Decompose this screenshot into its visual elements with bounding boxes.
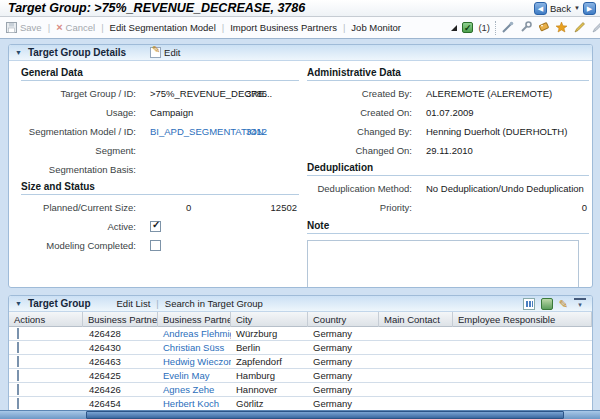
size-status-title: Size and Status: [21, 181, 299, 195]
changed-on-row: Changed On: 29.11.2010: [307, 141, 589, 160]
business-partner-link[interactable]: Andreas Flehmig: [158, 328, 231, 339]
import-business-partners-button[interactable]: Import Business Partners: [230, 22, 337, 33]
corner-triangle-icon: [451, 25, 457, 31]
pen-icon[interactable]: [501, 21, 514, 34]
segment-row: Segment:: [21, 141, 299, 160]
dedup-method-row: Deduplication Method: No Deduplication/U…: [307, 179, 589, 198]
column-header-bp-id[interactable]: Business Partner ID: [83, 312, 158, 327]
general-data-column: General Data Target Group / ID: >75%_REV…: [21, 67, 299, 255]
dedup-method-value: No Deduplication/Undo Deduplication: [426, 183, 584, 194]
forward-icon[interactable]: ▶: [583, 2, 596, 15]
collapse-caret-icon[interactable]: ▼: [15, 49, 22, 56]
cancel-button[interactable]: × Cancel: [56, 22, 95, 33]
priority-value: 0: [582, 202, 587, 213]
tag-icon[interactable]: [537, 21, 550, 34]
table-row: 426454 Herbert Koch Görlitz Germany: [9, 397, 592, 411]
details-panel-header: ▼ Target Group Details Edit: [9, 45, 592, 61]
horizontal-scrollbar[interactable]: [0, 410, 600, 419]
target-group-details-panel: ▼ Target Group Details Edit General Data…: [8, 44, 593, 288]
business-partner-link[interactable]: Christian Süss: [158, 342, 231, 353]
administrative-data-column: Administrative Data Created By: ALEREMOT…: [307, 67, 589, 288]
cancel-x-icon: ×: [56, 23, 62, 32]
message-count[interactable]: (1): [478, 22, 490, 33]
column-header-employee-responsible[interactable]: Employee Responsible: [453, 312, 592, 327]
row-actions-icon[interactable]: [17, 328, 19, 339]
table-row: 426426 Agnes Zehe Hannover Germany: [9, 383, 592, 397]
segmentation-model-id-link[interactable]: 3412: [246, 126, 267, 137]
table-row: 426428 Andreas Flehmig Würzburg Germany: [9, 327, 592, 341]
column-header-actions[interactable]: Actions: [9, 312, 83, 327]
table-pencil-icon[interactable]: ✎: [559, 298, 568, 310]
chart-icon[interactable]: [523, 298, 535, 310]
row-actions-icon[interactable]: [17, 356, 19, 367]
business-partner-link[interactable]: Evelin May: [158, 370, 231, 381]
wrench-icon[interactable]: [519, 21, 532, 34]
business-partner-link[interactable]: Herbert Koch: [158, 398, 231, 409]
row-actions-icon[interactable]: [17, 398, 19, 409]
column-header-bp[interactable]: Business Partner: [158, 312, 231, 327]
note-textarea[interactable]: [307, 240, 579, 288]
pencil-icon[interactable]: [573, 21, 586, 34]
administrative-data-title: Administrative Data: [307, 67, 589, 81]
edit-list-button[interactable]: Edit List: [117, 298, 151, 309]
details-panel-title: Target Group Details: [28, 47, 126, 58]
changed-by-value: Henning Duerholt (DUERHOLTH): [426, 126, 567, 137]
clipped-tool-icon[interactable]: [591, 21, 600, 34]
modeling-completed-checkbox[interactable]: [150, 240, 161, 251]
edit-button[interactable]: Edit: [150, 47, 180, 58]
active-row: Active:: [21, 217, 299, 236]
edit-segmentation-model-button[interactable]: Edit Segmentation Model: [110, 22, 216, 33]
priority-row: Priority: 0: [307, 198, 589, 217]
column-header-country[interactable]: Country: [308, 312, 379, 327]
table-column-headers: Actions Business Partner ID Business Par…: [9, 312, 592, 327]
title-bar: Target Group: >75%_REVENUE_DECREASE, 378…: [0, 0, 600, 17]
planned-size-row: Planned/Current Size: 0 12502: [21, 198, 299, 217]
business-partner-link[interactable]: Agnes Zehe: [158, 384, 231, 395]
table-row: 426463 Hedwig Wieczorek Zapfendorf Germa…: [9, 355, 592, 369]
deduplication-title: Deduplication: [307, 162, 589, 176]
current-size-value: 12502: [271, 202, 297, 213]
messages-check-icon[interactable]: ✓: [462, 22, 473, 33]
back-icon[interactable]: ◀: [534, 2, 547, 15]
created-by-row: Created By: ALEREMOTE (ALEREMOTE): [307, 84, 589, 103]
edit-note-icon: [150, 47, 161, 58]
segmentation-model-row: Segmentation Model / ID: BI_APD_SEGMENTA…: [21, 122, 299, 141]
business-partner-link[interactable]: Hedwig Wieczorek: [158, 356, 231, 367]
created-by-value: ALEREMOTE (ALEREMOTE): [426, 88, 552, 99]
row-actions-icon[interactable]: [17, 370, 19, 381]
row-actions-icon[interactable]: [17, 384, 19, 395]
target-group-table-panel: ▼ Target Group Edit List | Search in Tar…: [8, 295, 593, 419]
segmentation-basis-row: Segmentation Basis:: [21, 160, 299, 179]
back-dropdown-icon[interactable]: ▼: [574, 5, 580, 11]
save-floppy-icon: [6, 22, 17, 33]
collapse-icon[interactable]: ▾: [574, 298, 586, 310]
usage-row: Usage: Campaign: [21, 103, 299, 122]
modeling-completed-row: Modeling Completed:: [21, 236, 299, 255]
history-navigation: ◀ Back ▼ ▶: [534, 2, 596, 15]
changed-on-value: 29.11.2010: [426, 145, 473, 156]
column-header-city[interactable]: City: [231, 312, 308, 327]
table-panel-title: Target Group: [28, 298, 91, 309]
table-row: 426430 Christian Süss Berlin Germany: [9, 341, 592, 355]
usage-value: Campaign: [150, 107, 193, 118]
export-icon[interactable]: [541, 298, 553, 310]
column-header-main-contact[interactable]: Main Contact: [379, 312, 453, 327]
horizontal-scrollbar-thumb[interactable]: [86, 411, 564, 419]
target-group-id-value: 3786: [246, 88, 267, 99]
active-checkbox[interactable]: [150, 221, 161, 232]
general-data-title: General Data: [21, 67, 299, 81]
table-row: 426425 Evelin May Hamburg Germany: [9, 369, 592, 383]
target-group-id-row: Target Group / ID: >75%_REVENUE_DECRE...…: [21, 84, 299, 103]
row-actions-icon[interactable]: [17, 342, 19, 353]
star-icon[interactable]: [555, 21, 568, 34]
job-monitor-button[interactable]: Job Monitor: [351, 22, 401, 33]
search-in-target-group-button[interactable]: Search in Target Group: [165, 298, 263, 309]
save-button[interactable]: Save: [6, 22, 42, 33]
toolbar: Save | × Cancel | Edit Segmentation Mode…: [0, 17, 600, 39]
table-collapse-caret-icon[interactable]: ▼: [15, 300, 22, 307]
note-title: Note: [307, 220, 589, 234]
created-on-value: 01.07.2009: [426, 107, 474, 118]
back-button[interactable]: Back: [550, 3, 571, 14]
changed-by-row: Changed By: Henning Duerholt (DUERHOLTH): [307, 122, 589, 141]
page-title: Target Group: >75%_REVENUE_DECREASE, 378…: [8, 1, 534, 15]
